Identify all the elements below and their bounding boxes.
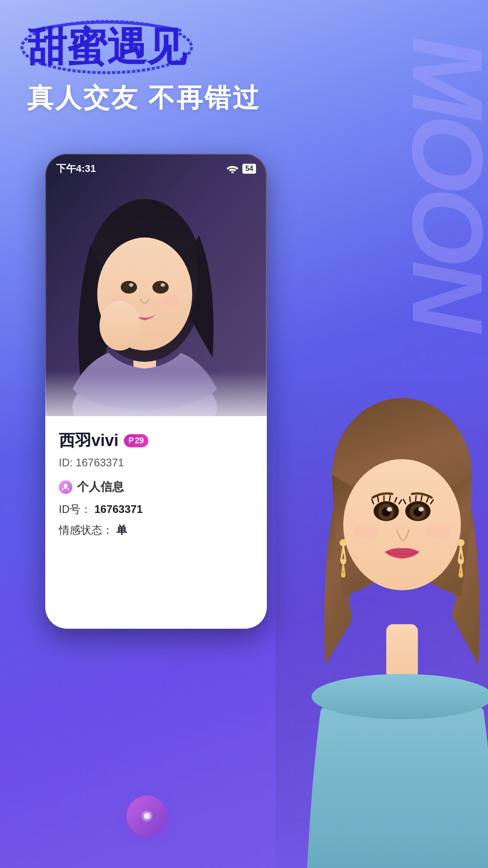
wifi-icon	[226, 164, 239, 173]
battery-indicator: 54	[242, 164, 256, 174]
svg-point-9	[152, 281, 169, 294]
svg-rect-17	[386, 624, 418, 678]
svg-point-15	[64, 484, 67, 488]
title-wrap: 甜蜜遇见	[27, 27, 186, 67]
svg-point-10	[129, 283, 133, 287]
profile-name-row: 西羽vivi P 29	[59, 430, 253, 452]
profile-badge: P 29	[124, 434, 148, 447]
id-label: ID号：	[59, 503, 91, 515]
svg-point-35	[458, 559, 464, 564]
svg-point-27	[387, 507, 392, 512]
id-value: 16763371	[95, 503, 143, 515]
person-icon	[59, 480, 72, 494]
svg-point-29	[353, 525, 379, 538]
svg-point-11	[161, 283, 165, 287]
svg-point-38	[144, 813, 150, 819]
svg-point-8	[121, 281, 137, 294]
phone-inner: 下午4:31 54	[45, 154, 267, 629]
header-section: 甜蜜遇见 真人交友 不再错过	[27, 27, 461, 116]
action-button[interactable]	[127, 796, 167, 836]
svg-point-34	[457, 539, 464, 546]
bottom-button-area	[127, 796, 167, 836]
relation-label: 情感状态：	[59, 524, 113, 536]
svg-point-32	[341, 559, 346, 564]
svg-point-14	[99, 301, 140, 351]
profile-card: 西羽vivi P 29 ID: 16763371 个人信息	[45, 416, 267, 629]
svg-point-31	[340, 539, 347, 546]
status-bar: 下午4:31 54	[45, 154, 267, 177]
status-time: 下午4:31	[56, 162, 96, 175]
action-icon	[138, 807, 156, 825]
person2-image-area	[275, 371, 488, 868]
app-subtitle: 真人交友 不再错过	[27, 81, 461, 116]
svg-point-1	[232, 171, 234, 174]
section-label-text: 个人信息	[77, 479, 124, 495]
section-header: 个人信息	[59, 479, 253, 495]
info-id-row: ID号： 16763371	[59, 502, 253, 517]
phone-mockup: 下午4:31 54	[45, 154, 267, 629]
svg-point-30	[426, 525, 451, 538]
relation-value: 单	[116, 524, 127, 536]
phone-photo-area	[45, 154, 267, 425]
person2-illustration	[275, 371, 488, 868]
badge-prefix: P	[128, 436, 134, 446]
svg-point-33	[341, 573, 346, 578]
app-title: 甜蜜遇见	[27, 27, 186, 67]
svg-point-18	[312, 674, 488, 719]
svg-point-13	[160, 295, 180, 306]
svg-point-20	[343, 459, 461, 590]
svg-point-28	[418, 507, 424, 512]
phone-area: 下午4:31 54	[45, 154, 488, 868]
svg-point-36	[459, 573, 463, 578]
profile-name: 西羽vivi	[59, 430, 118, 452]
status-icons: 54	[226, 164, 256, 174]
profile-id-display: ID: 16763371	[59, 456, 253, 469]
badge-level: 29	[135, 436, 144, 446]
info-relation-row: 情感状态： 单	[59, 523, 253, 537]
